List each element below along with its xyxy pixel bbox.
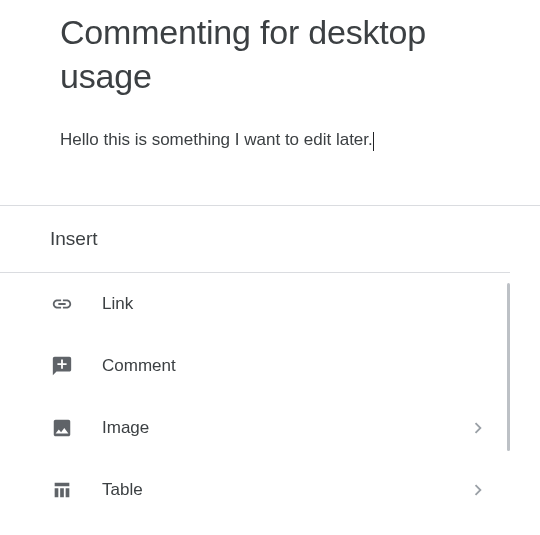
insert-link-label: Link bbox=[102, 294, 490, 314]
text-cursor bbox=[373, 132, 374, 151]
document-editor-area[interactable]: Commenting for desktop usage Hello this … bbox=[0, 0, 540, 190]
insert-menu-list: Link Comment Image Table bbox=[0, 273, 510, 521]
document-title[interactable]: Commenting for desktop usage bbox=[60, 10, 480, 98]
image-icon bbox=[50, 416, 74, 440]
chevron-right-icon bbox=[466, 478, 490, 502]
insert-panel-header: Insert bbox=[0, 206, 510, 273]
insert-comment-label: Comment bbox=[102, 356, 490, 376]
insert-image-label: Image bbox=[102, 418, 466, 438]
link-icon bbox=[50, 292, 74, 316]
chevron-right-icon bbox=[466, 416, 490, 440]
scrollbar[interactable] bbox=[507, 283, 510, 451]
insert-table-item[interactable]: Table bbox=[0, 459, 510, 521]
insert-table-label: Table bbox=[102, 480, 466, 500]
comment-icon bbox=[50, 354, 74, 378]
insert-panel: Insert Link Comment Image bbox=[0, 205, 540, 521]
insert-image-item[interactable]: Image bbox=[0, 397, 510, 459]
insert-link-item[interactable]: Link bbox=[0, 273, 510, 335]
document-body[interactable]: Hello this is something I want to edit l… bbox=[60, 130, 480, 150]
insert-comment-item[interactable]: Comment bbox=[0, 335, 510, 397]
table-icon bbox=[50, 478, 74, 502]
body-text: Hello this is something I want to edit l… bbox=[60, 130, 373, 149]
